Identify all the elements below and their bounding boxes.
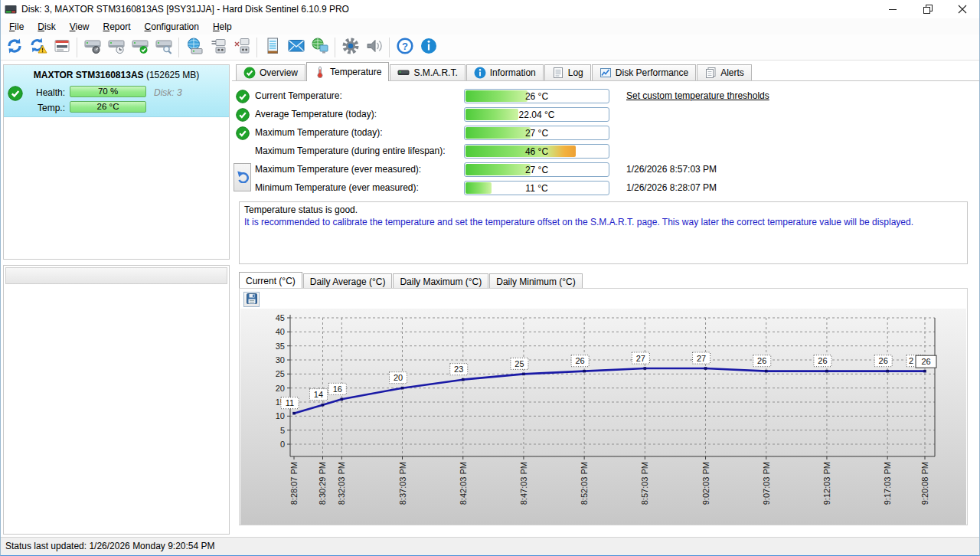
disk-check-button[interactable] (128, 36, 152, 58)
menu-report[interactable]: Report (96, 20, 138, 34)
help-button[interactable]: ? (393, 36, 416, 58)
settings-icon (341, 37, 360, 57)
toolbar-separator (389, 38, 390, 57)
temperature-status-text: Temperature status is good. (244, 204, 962, 216)
chart-tab-label: Daily Minimum (°C) (496, 276, 575, 287)
refresh-warning-button[interactable] (26, 36, 50, 58)
chart-tab-daily-minimum-c[interactable]: Daily Minimum (°C) (489, 273, 582, 289)
temperature-row: Maximum Temperature (today):27 °C (232, 124, 979, 142)
info-circle-icon (474, 67, 486, 79)
sounds-button[interactable] (362, 36, 386, 58)
svg-text:26: 26 (921, 357, 930, 366)
tab-overview[interactable]: Overview (236, 64, 305, 80)
svg-text:25: 25 (276, 369, 285, 378)
minimize-button[interactable] (876, 0, 910, 18)
disk-name: MAXTOR STM3160813AS (34, 70, 144, 80)
disk-gauge-icon (83, 37, 102, 57)
check-circle-icon (243, 67, 256, 79)
svg-text:0: 0 (280, 440, 285, 449)
disk-gauge-button[interactable] (80, 36, 104, 58)
temperature-status-box: Temperature status is good. It is recomm… (239, 201, 968, 264)
information-button[interactable] (416, 36, 440, 58)
connect-device-button[interactable] (206, 36, 230, 58)
toolbar-separator (256, 38, 257, 57)
temp-label: Temp.: (25, 103, 65, 113)
svg-text:23: 23 (454, 365, 463, 374)
secondary-panel (3, 265, 230, 535)
ok-check-icon (236, 126, 250, 140)
svg-text:11: 11 (286, 398, 294, 407)
toolbar-separator (77, 38, 77, 57)
tab-disk-performance[interactable]: Disk Performance (592, 64, 696, 80)
refresh-button[interactable] (2, 36, 26, 58)
reset-extremes-button[interactable] (234, 163, 251, 191)
menu-bar: FileDiskViewReportConfigurationHelp (1, 18, 979, 34)
svg-text:8:47:03 PM: 8:47:03 PM (519, 462, 528, 505)
refresh-icon (5, 37, 24, 57)
set-thresholds-link[interactable]: Set custom temperature thresholds (626, 90, 769, 101)
save-chart-button[interactable] (243, 292, 260, 307)
disconnect-device-icon (233, 37, 251, 57)
disk-status-ok-icon (8, 86, 23, 101)
temperature-bar: 11 °C (464, 181, 609, 195)
temperature-row: Current Temperature:26 °CSet custom temp… (232, 87, 979, 106)
tab-information[interactable]: Information (466, 64, 544, 80)
temperature-bar-value: 46 °C (465, 146, 609, 157)
tab-temperature[interactable]: Temperature (306, 62, 389, 81)
temperature-row: Minimum Temperature (ever measured):11 °… (232, 179, 979, 198)
temperature-bar-value: 22.04 °C (465, 110, 609, 120)
close-button[interactable] (945, 0, 979, 18)
svg-text:8:28:07 PM: 8:28:07 PM (289, 462, 299, 505)
disk-size: (152625 MB) (146, 70, 199, 80)
svg-text:10: 10 (276, 411, 285, 420)
disk-search-icon (155, 37, 173, 57)
secondary-panel-header (5, 267, 227, 284)
temperature-bar: 27 °C (464, 162, 609, 177)
toolbar-separator (178, 38, 179, 57)
tab-label: Alerts (720, 67, 744, 78)
temp-bar: 26 °C (70, 101, 146, 113)
menu-file[interactable]: File (2, 20, 31, 34)
svg-text:8:37:03 PM: 8:37:03 PM (398, 462, 407, 505)
ok-check-icon (236, 90, 250, 103)
tab-log[interactable]: Log (544, 64, 591, 80)
chart-tab-label: Daily Maximum (°C) (400, 276, 482, 287)
disk-clock-button[interactable] (104, 36, 128, 58)
chart-tab-daily-average-c[interactable]: Daily Average (°C) (303, 273, 393, 289)
svg-text:27: 27 (697, 354, 706, 363)
disconnect-device-button[interactable] (230, 36, 253, 58)
disk-search-button[interactable] (152, 36, 175, 58)
temperature-row: Maximum Temperature (ever measured):27 °… (232, 161, 979, 179)
settings-button[interactable] (338, 36, 362, 58)
temperature-row: Maximum Temperature (during entire lifes… (232, 142, 979, 161)
disk-clock-icon (107, 37, 126, 57)
undo-icon (236, 169, 250, 185)
svg-text:9:02:03 PM: 9:02:03 PM (701, 462, 710, 505)
email-button[interactable] (284, 36, 308, 58)
svg-text:5: 5 (280, 426, 285, 435)
chart-tab-label: Current (°C) (246, 276, 296, 286)
svg-text:14: 14 (314, 390, 323, 399)
disk-details-icon (53, 37, 71, 57)
tab-s-m-a-r-t[interactable]: S.M.A.R.T. (390, 64, 465, 80)
svg-text:9:07:03 PM: 9:07:03 PM (762, 462, 771, 505)
measure-timestamp: 1/26/2026 8:57:03 PM (626, 164, 717, 175)
menu-view[interactable]: View (63, 20, 96, 34)
report-button[interactable] (260, 36, 284, 58)
tab-alerts[interactable]: Alerts (697, 64, 752, 80)
menu-help[interactable]: Help (206, 20, 239, 34)
svg-text:26: 26 (576, 356, 585, 365)
disk-list-item-selected[interactable]: MAXTOR STM3160813AS (152625 MB) Health: … (4, 65, 229, 117)
tab-label: S.M.A.R.T. (413, 67, 457, 78)
tab-label: Temperature (330, 67, 381, 77)
chart-tab-daily-maximum-c[interactable]: Daily Maximum (°C) (393, 273, 488, 289)
menu-configuration[interactable]: Configuration (138, 20, 206, 34)
network-status-button[interactable] (308, 36, 332, 58)
disk-details-button[interactable] (50, 36, 74, 58)
network-disk-button[interactable] (182, 36, 206, 58)
chart-tab-current-c[interactable]: Current (°C) (239, 272, 302, 289)
disk-check-icon (131, 37, 149, 57)
restore-button[interactable] (910, 0, 945, 18)
menu-disk[interactable]: Disk (31, 20, 62, 34)
perf-chart-icon (599, 67, 612, 79)
